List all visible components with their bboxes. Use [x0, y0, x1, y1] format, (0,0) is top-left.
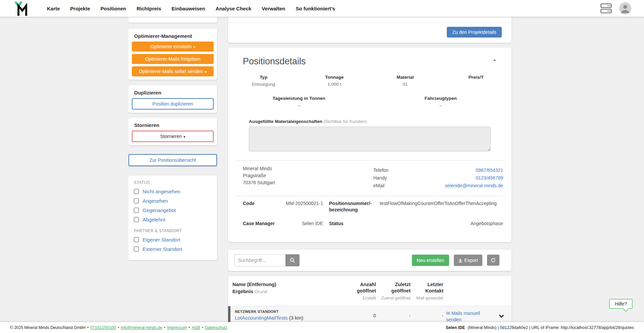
- header-zuletzt-geoeffnet[interactable]: Zuletzt geöffnet Zuerst geöffnet: [379, 281, 411, 301]
- footer-left: © 2025 Mineral Minds Deutschland GmbH • …: [10, 325, 227, 330]
- footer-email-link[interactable]: info@mineral-minds.de: [121, 325, 162, 330]
- divider: [228, 17, 512, 23]
- download-icon: [458, 258, 463, 263]
- field-label: Material: [370, 75, 441, 80]
- material-section: Ausgefüllte Materialeigenschaften (Sicht…: [228, 119, 512, 153]
- duplizieren-card: Duplizieren Position duplizieren: [128, 85, 217, 113]
- position-duplizieren-button[interactable]: Position duplizieren: [132, 98, 214, 110]
- row-expand-toggle[interactable]: [496, 310, 507, 323]
- nav-item-analyse-check[interactable]: Analyse Check: [216, 6, 252, 11]
- header-name-line1: Name (Entfernung): [232, 281, 341, 288]
- field-tagesleistung: Tagesleistung in Tonnen –: [228, 96, 370, 108]
- project-card: Zu den Projektdetails: [228, 17, 512, 43]
- header-name-line2: Ergebnis Grund: [232, 288, 341, 295]
- filter-label[interactable]: Abgelehnt: [143, 217, 165, 222]
- button-label: Stornieren: [160, 134, 182, 139]
- phone-link[interactable]: 0987/654321: [476, 168, 503, 173]
- checkbox[interactable]: [134, 208, 139, 213]
- refresh-icon: [491, 258, 496, 263]
- optimierer-mails-freigeben-button[interactable]: Optimierer-Mails freigeben: [132, 54, 214, 64]
- header-letzter-kontakt[interactable]: Letzter Kontakt Mail gesendet: [413, 281, 443, 301]
- export-button[interactable]: Export: [454, 255, 482, 266]
- contact-email-row: eMail selenide@mineral-minds.de: [373, 183, 503, 188]
- field-value: Entsorgung: [228, 82, 299, 87]
- footer-impressum-link[interactable]: Impressum: [167, 325, 187, 330]
- field-value: 1.000 t: [299, 82, 370, 87]
- email-link[interactable]: selenide@mineral-minds.de: [445, 183, 503, 188]
- contact-street: Pragstraße: [243, 172, 373, 179]
- field-tonnage: Tonnage 1.000 t: [299, 75, 370, 87]
- case-manager-label: Case Manager: [243, 220, 275, 227]
- meta-section: Code MM-202500021-1 Positionsnummer/-bez…: [228, 196, 512, 235]
- header-name[interactable]: Name (Entfernung) Ergebnis Grund: [232, 281, 341, 301]
- nav-item-richtpreis[interactable]: Richtpreis: [137, 6, 161, 11]
- nav-item-karte[interactable]: Karte: [47, 6, 60, 11]
- filter-abgelehnt[interactable]: Abgelehnt: [134, 217, 214, 222]
- nav-item-verwalten[interactable]: Verwalten: [262, 6, 285, 11]
- refresh-button[interactable]: [487, 255, 499, 266]
- separator-dot: •: [202, 325, 203, 330]
- filter-label[interactable]: Eigener Standort: [143, 237, 180, 243]
- zu-den-projektdetails-button[interactable]: Zu den Projektdetails: [447, 27, 502, 38]
- user-avatar-icon[interactable]: [619, 2, 631, 14]
- checkbox[interactable]: [134, 237, 139, 242]
- search-group: [234, 254, 300, 266]
- checkbox[interactable]: [134, 189, 139, 194]
- row-name-link[interactable]: LotAccountingMailTests: [235, 315, 288, 321]
- footer-copyright: © 2025 Mineral Minds Deutschland GmbH: [10, 325, 86, 330]
- button-label: Optimierer ermitteln: [150, 44, 192, 49]
- checkbox[interactable]: [134, 247, 139, 252]
- material-label: Ausgefüllte Materialeigenschaften (Sicht…: [249, 119, 491, 124]
- filter-externer-standort[interactable]: Externer Standort: [134, 246, 214, 252]
- filter-nicht-angesehen[interactable]: Nicht angesehen: [134, 189, 214, 194]
- field-value: 01: [370, 82, 441, 87]
- collapse-minus-icon[interactable]: -: [493, 56, 496, 63]
- neu-erstellen-button[interactable]: Neu erstellen: [412, 255, 449, 266]
- separator-dot: •: [118, 325, 119, 330]
- hilfe-button[interactable]: Hilfe?: [609, 299, 633, 309]
- header-anzahl-geoeffnet[interactable]: Anzahl geöffnet Erstellt: [344, 281, 376, 301]
- meta-row-manager: Case Manager Selen IDE Status Angebotsph…: [243, 220, 503, 227]
- filter-eigener-standort[interactable]: Eigener Standort: [134, 237, 214, 243]
- material-textarea[interactable]: [249, 127, 491, 151]
- mobile-link[interactable]: 0123/456789: [476, 175, 503, 181]
- zur-positionsuebersicht-button[interactable]: Zur Positionsübersicht: [128, 154, 217, 166]
- footer-phone-link[interactable]: 07151/250100: [90, 325, 116, 330]
- nav-item-projekte[interactable]: Projekte: [70, 6, 90, 11]
- nav-menu: Karte Projekte Positionen Richtpreis Ein…: [47, 6, 335, 11]
- filter-label[interactable]: Gegenangebot: [143, 207, 176, 213]
- footer-datenschutz-link[interactable]: Datenschutz: [205, 325, 227, 330]
- filter-angesehen[interactable]: Angesehen: [134, 198, 214, 204]
- nav-item-so-funktionierts[interactable]: So funktioniert's: [296, 6, 335, 11]
- mineral-minds-logo[interactable]: [13, 1, 28, 16]
- caret-down-icon: ▾: [193, 45, 195, 49]
- filter-label[interactable]: Nicht angesehen: [143, 189, 180, 194]
- nav-item-einbauweisen[interactable]: Einbauweisen: [172, 6, 205, 11]
- field-typ: Typ Entsorgung: [228, 75, 299, 87]
- nav-item-positionen[interactable]: Positionen: [101, 6, 126, 11]
- duplizieren-title: Duplizieren: [134, 90, 214, 95]
- mails-manuell-senden-link[interactable]: ✉ Mails manuell senden: [446, 311, 480, 322]
- footer-agb-link[interactable]: AGB: [192, 325, 200, 330]
- action-label: Mails manuell senden: [446, 311, 480, 322]
- optimierer-ermitteln-button[interactable]: Optimierer ermitteln▾: [132, 42, 214, 52]
- row-distance: (3 km): [289, 315, 304, 321]
- search-input[interactable]: [234, 254, 285, 266]
- stornieren-button[interactable]: Stornieren▾: [132, 131, 214, 142]
- checkbox[interactable]: [134, 198, 139, 203]
- field-preis-t: Preis/T: [441, 75, 512, 87]
- status-value: Angebotsphase: [471, 220, 503, 227]
- filter-gegenangebot[interactable]: Gegenangebot: [134, 207, 214, 213]
- header-actions-spacer: [446, 281, 493, 301]
- caret-down-icon: ▾: [205, 70, 207, 74]
- filter-label[interactable]: Externer Standort: [143, 246, 182, 252]
- checkbox[interactable]: [134, 217, 139, 222]
- search-button[interactable]: [285, 254, 300, 266]
- optimierer-mails-sofort-senden-button[interactable]: Optimierer-Mails sofort senden▾: [132, 66, 214, 76]
- top-navbar: Karte Projekte Positionen Richtpreis Ein…: [0, 0, 644, 17]
- filter-label[interactable]: Angesehen: [143, 198, 168, 204]
- phone-label: Telefon: [373, 168, 388, 173]
- button-label: Optimierer-Mails sofort senden: [139, 69, 203, 74]
- button-label: Optimierer-Mails freigeben: [145, 56, 201, 62]
- server-icon[interactable]: [600, 3, 612, 13]
